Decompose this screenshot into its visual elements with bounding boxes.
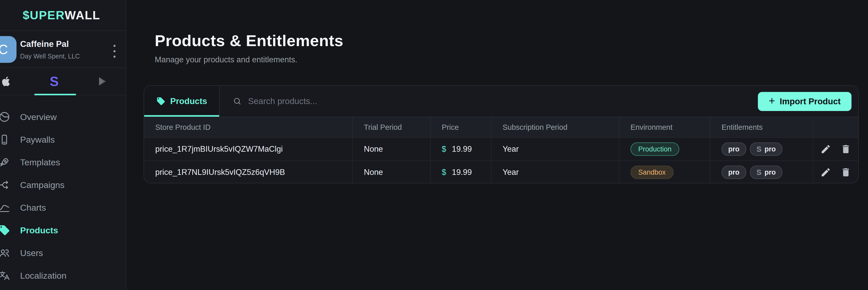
cell-price: $19.99 — [431, 138, 492, 160]
pencil-icon — [820, 167, 831, 178]
table-header: Store Product ID Trial Period Price Subs… — [144, 117, 858, 137]
cell-entitlements: pro Spro — [710, 138, 813, 160]
cell-environment: Production — [619, 138, 710, 160]
search-input[interactable] — [248, 96, 532, 106]
templates-icon — [0, 156, 10, 168]
sidebar-item-label: Charts — [20, 203, 46, 213]
active-platform-underline — [34, 94, 76, 95]
cell-actions — [813, 138, 858, 160]
currency-symbol: $ — [442, 168, 446, 177]
sidebar-item-charts[interactable]: Charts — [0, 196, 126, 219]
sidebar-item-products[interactable]: Products — [0, 219, 126, 242]
logo-accent-text: $UPER — [23, 8, 65, 22]
sidebar-item-label: Campaigns — [20, 180, 64, 190]
google-play-icon — [97, 76, 108, 87]
search-icon — [232, 97, 242, 106]
cell-entitlements: pro Spro — [710, 161, 813, 183]
tab-google-play[interactable] — [78, 68, 126, 95]
cell-trial-period: None — [353, 138, 431, 160]
sidebar-item-label: Paywalls — [20, 135, 55, 145]
campaigns-icon — [0, 179, 10, 191]
main-content: Products & Entitlements Manage your prod… — [127, 0, 868, 290]
sidebar-item-templates[interactable]: Templates — [0, 151, 126, 174]
sidebar-item-overview[interactable]: Overview — [0, 106, 126, 128]
app-menu-kebab-icon[interactable] — [112, 43, 117, 59]
tab-products[interactable]: Products — [144, 86, 220, 117]
table-row: price_1R7jmBIUrsk5vIQZW7MaClgi None $19.… — [144, 137, 858, 160]
paywalls-icon — [0, 134, 10, 146]
column-price: Price — [431, 117, 492, 137]
logo-rest-text: WALL — [65, 8, 100, 22]
logo-wordmark: $UPERWALL — [23, 8, 100, 22]
cell-subscription-period: Year — [492, 138, 619, 160]
sidebar-item-label: Users — [20, 248, 43, 258]
stripe-icon: S — [50, 74, 59, 89]
currency-symbol: $ — [442, 144, 446, 154]
app-organization: Day Well Spent, LLC — [20, 52, 80, 60]
sidebar-item-label: Products — [20, 225, 58, 235]
app-name: Caffeine Pal — [20, 39, 69, 49]
platform-tabs: S — [0, 68, 126, 95]
import-product-button[interactable]: + Import Product — [758, 92, 851, 111]
app-avatar: C — [0, 36, 17, 63]
apple-icon — [0, 76, 11, 87]
sidebar-item-localization[interactable]: Localization — [0, 264, 126, 287]
price-value: 19.99 — [452, 144, 472, 154]
page-title: Products & Entitlements — [155, 31, 343, 50]
sidebar-item-paywalls[interactable]: Paywalls — [0, 128, 126, 151]
sidebar-item-label: Overview — [20, 112, 57, 122]
cell-trial-period: None — [353, 161, 431, 183]
price-value: 19.99 — [452, 168, 472, 177]
page-subtitle: Manage your products and entitlements. — [155, 55, 297, 64]
cell-actions — [813, 161, 858, 183]
app-selector[interactable]: C Caffeine Pal Day Well Spent, LLC — [0, 31, 126, 68]
column-entitlements: Entitlements — [710, 117, 813, 137]
tab-stripe[interactable]: S — [30, 68, 79, 95]
column-actions — [813, 117, 858, 137]
superwall-logo[interactable]: $UPERWALL — [0, 0, 126, 31]
users-icon — [0, 247, 10, 259]
overview-icon — [0, 111, 10, 123]
charts-icon — [0, 202, 10, 214]
cell-subscription-period: Year — [492, 161, 619, 183]
sidebar-item-label: Templates — [20, 157, 60, 168]
sidebar: $UPERWALL C Caffeine Pal Day Well Spent,… — [0, 0, 126, 290]
plus-icon: + — [769, 96, 775, 106]
column-environment: Environment — [619, 117, 710, 137]
panel-toolbar: Products + Import Product — [144, 86, 858, 117]
entitlement-badge: pro — [721, 166, 746, 179]
stripe-s-glyph: S — [756, 145, 762, 153]
column-store-product-id: Store Product ID — [144, 117, 353, 137]
products-tag-icon — [0, 224, 10, 236]
sidebar-item-campaigns[interactable]: Campaigns — [0, 174, 126, 196]
delete-button[interactable] — [840, 144, 851, 154]
import-product-label: Import Product — [780, 97, 841, 106]
products-panel: Products + Import Product Store Product … — [144, 85, 859, 183]
entitlement-badge-stripe: Spro — [750, 166, 783, 179]
edit-button[interactable] — [820, 144, 831, 154]
stripe-s-glyph: S — [756, 168, 762, 177]
column-trial-period: Trial Period — [353, 117, 431, 137]
sidebar-item-label: Localization — [20, 271, 66, 281]
tab-app-store[interactable] — [0, 68, 30, 95]
cell-store-product-id: price_1R7NL9IUrsk5vIQZ5z6qVH9B — [144, 161, 353, 183]
superwall-dashboard: { "sidebar": { "logo": { "accent": "$UPE… — [0, 0, 868, 290]
entitlement-badge-stripe: Spro — [750, 142, 783, 156]
cell-price: $19.99 — [431, 161, 492, 183]
cell-environment: Sandbox — [619, 161, 710, 183]
environment-badge-production: Production — [630, 142, 679, 156]
entitlement-label: pro — [765, 169, 776, 176]
column-subscription-period: Subscription Period — [492, 117, 619, 137]
edit-button[interactable] — [820, 167, 831, 178]
sidebar-item-users[interactable]: Users — [0, 242, 126, 264]
sidebar-nav: Overview Paywalls Templates Campaigns Ch… — [0, 95, 126, 287]
environment-badge-sandbox: Sandbox — [630, 166, 674, 179]
table-row: price_1R7NL9IUrsk5vIQZ5z6qVH9B None $19.… — [144, 160, 858, 183]
delete-button[interactable] — [840, 167, 851, 178]
trash-icon — [840, 167, 851, 178]
localization-icon — [0, 270, 10, 282]
cell-store-product-id: price_1R7jmBIUrsk5vIQZW7MaClgi — [144, 138, 353, 160]
pencil-icon — [820, 144, 831, 154]
trash-icon — [840, 144, 851, 154]
entitlement-badge: pro — [721, 142, 746, 156]
